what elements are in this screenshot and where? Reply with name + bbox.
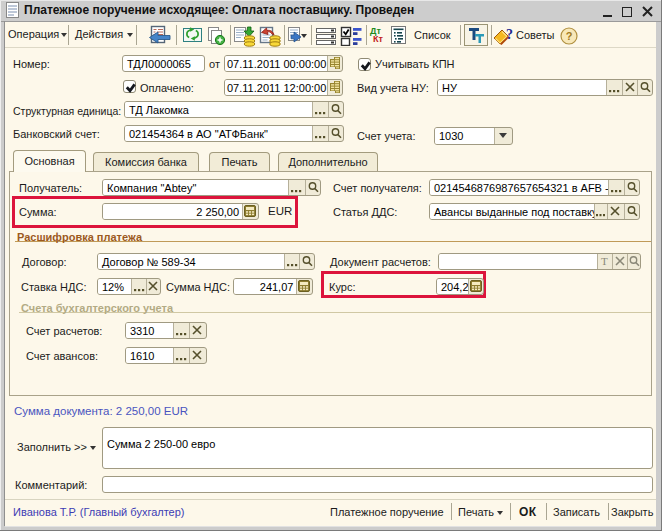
- svg-text:?: ?: [566, 30, 573, 42]
- svg-text:?: ?: [506, 27, 513, 42]
